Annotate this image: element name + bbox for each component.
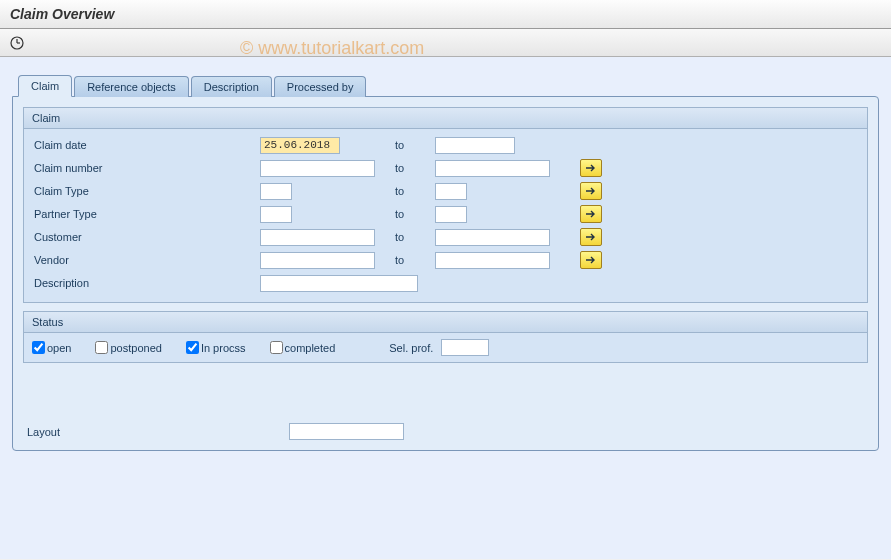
check-open-wrap: open (32, 341, 71, 354)
label-claim-type: Claim Type (32, 185, 260, 197)
check-in-process-wrap: In procss (186, 341, 246, 354)
input-claim-type-from[interactable] (260, 183, 292, 200)
multi-select-vendor[interactable] (580, 251, 602, 269)
label-layout: Layout (27, 426, 289, 438)
row-layout: Layout (23, 423, 868, 440)
label-claim-number: Claim number (32, 162, 260, 174)
execute-icon[interactable] (8, 34, 26, 52)
tabstrip: Claim Reference objects Description Proc… (18, 75, 879, 97)
label-claim-number-to: to (375, 162, 435, 174)
check-postponed[interactable] (95, 341, 108, 354)
group-claim-body: Claim date to Claim number to Cl (24, 129, 867, 302)
multi-select-claim-type[interactable] (580, 182, 602, 200)
label-claim-date: Claim date (32, 139, 260, 151)
input-vendor-from[interactable] (260, 252, 375, 269)
row-description: Description (32, 273, 859, 293)
row-claim-type: Claim Type to (32, 181, 859, 201)
multi-select-partner-type[interactable] (580, 205, 602, 223)
group-status: Status open postponed In procss complete… (23, 311, 868, 363)
label-vendor-to: to (375, 254, 435, 266)
input-vendor-to[interactable] (435, 252, 550, 269)
label-claim-type-to: to (375, 185, 435, 197)
label-partner-type: Partner Type (32, 208, 260, 220)
title-bar: Claim Overview (0, 0, 891, 29)
tab-processed-by[interactable]: Processed by (274, 76, 367, 97)
row-customer: Customer to (32, 227, 859, 247)
input-description[interactable] (260, 275, 418, 292)
group-status-header: Status (24, 312, 867, 333)
group-claim-header: Claim (24, 108, 867, 129)
group-claim: Claim Claim date to Claim number to (23, 107, 868, 303)
check-completed[interactable] (270, 341, 283, 354)
input-sel-prof[interactable] (441, 339, 489, 356)
label-customer: Customer (32, 231, 260, 243)
check-in-process-label: In procss (201, 342, 246, 354)
group-status-body: open postponed In procss completed Sel. … (24, 333, 867, 362)
input-partner-type-to[interactable] (435, 206, 467, 223)
label-claim-date-to: to (375, 139, 435, 151)
check-open[interactable] (32, 341, 45, 354)
row-claim-number: Claim number to (32, 158, 859, 178)
label-sel-prof: Sel. prof. (389, 342, 433, 354)
main-content: Claim Reference objects Description Proc… (0, 57, 891, 559)
input-claim-number-from[interactable] (260, 160, 375, 177)
check-open-label: open (47, 342, 71, 354)
check-completed-label: completed (285, 342, 336, 354)
page-title: Claim Overview (10, 6, 881, 22)
input-customer-to[interactable] (435, 229, 550, 246)
check-in-process[interactable] (186, 341, 199, 354)
tab-reference-objects[interactable]: Reference objects (74, 76, 189, 97)
row-vendor: Vendor to (32, 250, 859, 270)
input-claim-number-to[interactable] (435, 160, 550, 177)
input-partner-type-from[interactable] (260, 206, 292, 223)
toolbar (0, 29, 891, 57)
input-claim-date-from[interactable] (260, 137, 340, 154)
label-customer-to: to (375, 231, 435, 243)
multi-select-claim-number[interactable] (580, 159, 602, 177)
check-postponed-wrap: postponed (95, 341, 161, 354)
multi-select-customer[interactable] (580, 228, 602, 246)
input-claim-date-to[interactable] (435, 137, 515, 154)
label-partner-type-to: to (375, 208, 435, 220)
check-completed-wrap: completed (270, 341, 336, 354)
tab-claim[interactable]: Claim (18, 75, 72, 97)
row-partner-type: Partner Type to (32, 204, 859, 224)
check-postponed-label: postponed (110, 342, 161, 354)
input-layout[interactable] (289, 423, 404, 440)
row-claim-date: Claim date to (32, 135, 859, 155)
tab-description[interactable]: Description (191, 76, 272, 97)
input-claim-type-to[interactable] (435, 183, 467, 200)
sel-prof-wrap: Sel. prof. (389, 339, 489, 356)
input-customer-from[interactable] (260, 229, 375, 246)
label-vendor: Vendor (32, 254, 260, 266)
tab-panel-claim: Claim Claim date to Claim number to (12, 96, 879, 451)
label-description: Description (32, 277, 260, 289)
